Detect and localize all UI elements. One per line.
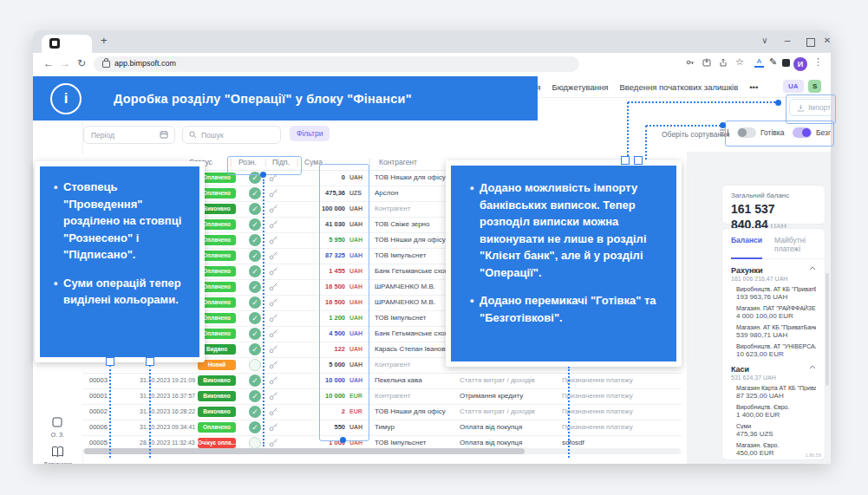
account-item[interactable]: Магазин. АТ КБ "ПриватБанк", грн. (26007… xyxy=(736,324,816,339)
posted-check-icon[interactable]: ✓ xyxy=(249,421,261,433)
posted-check-icon[interactable] xyxy=(249,437,261,449)
posted-check-icon[interactable]: ✓ xyxy=(249,281,261,293)
posted-check-icon[interactable]: ✓ xyxy=(249,250,261,262)
signature-pen-icon[interactable] xyxy=(269,297,279,308)
signature-pen-icon[interactable] xyxy=(269,235,279,245)
table-row[interactable]: 0000331.10.2023 19:21:09Виконано✓10 000U… xyxy=(82,373,682,389)
callout-bullet: •Додано перемикачі "Готівка" та "Безготі… xyxy=(470,292,666,326)
profile-avatar[interactable]: И xyxy=(793,57,807,71)
posted-check-icon[interactable]: ✓ xyxy=(249,218,261,231)
key-icon[interactable] xyxy=(686,58,695,67)
purpose-cell: Призначення платежу xyxy=(562,404,676,420)
extensions-icon[interactable] xyxy=(782,59,790,67)
col-header-counterparty[interactable]: Контрагент xyxy=(379,158,417,166)
signature-pen-icon[interactable] xyxy=(269,313,279,323)
signature-pen-icon[interactable] xyxy=(269,188,279,199)
close-button[interactable]: ✕ xyxy=(820,35,831,47)
nav-item[interactable]: Бюджетування xyxy=(551,82,608,92)
sidebar-item-4[interactable]: Довідники xyxy=(33,446,82,464)
section-title: Каси xyxy=(731,365,749,374)
posted-check-icon[interactable]: ✓ xyxy=(249,406,261,418)
annotation-dot xyxy=(340,437,346,443)
posted-check-icon[interactable]: ✓ xyxy=(249,187,261,199)
annotation-handle[interactable] xyxy=(634,156,643,165)
posted-check-icon[interactable]: ✓ xyxy=(249,390,261,402)
signature-pen-icon[interactable] xyxy=(269,438,279,448)
user-badge[interactable]: S xyxy=(808,80,821,93)
signature-pen-icon[interactable] xyxy=(269,391,279,401)
signature-pen-icon[interactable] xyxy=(269,407,279,417)
signature-pen-icon[interactable] xyxy=(269,344,279,355)
pen-extension-icon[interactable]: ✎ xyxy=(769,56,777,68)
new-tab-button[interactable]: + xyxy=(101,34,108,47)
maximize-button[interactable] xyxy=(806,38,815,47)
signature-pen-icon[interactable] xyxy=(269,219,279,230)
row-date: 31.10.2023 19:21:09 xyxy=(140,373,197,388)
signature-pen-icon[interactable] xyxy=(269,329,279,339)
share-icon[interactable] xyxy=(719,58,728,67)
language-badge[interactable]: UA xyxy=(783,80,804,93)
import-annotation-box xyxy=(786,94,836,124)
signature-pen-icon[interactable] xyxy=(269,422,279,433)
account-item[interactable]: Магазин Карта АТ КБ "ПриватБанк", грн. (… xyxy=(736,385,816,400)
account-item[interactable]: Виробництв. АТ КБ "ПриватБанк", грн. (26… xyxy=(736,286,816,301)
annotation-handle[interactable] xyxy=(621,156,630,165)
panel-scrollbar[interactable] xyxy=(826,273,829,386)
posted-check-icon[interactable]: ✓ xyxy=(249,375,261,387)
account-item[interactable]: Виробництв. АТ "УНІВЕРСАЛ БАНК", EUR (2.… xyxy=(736,343,816,358)
posted-check-icon[interactable]: ✓ xyxy=(249,234,261,246)
browser-tab[interactable] xyxy=(42,35,92,53)
callout-right: •Додано можливість імпорту банківських в… xyxy=(446,160,682,367)
assets-icon xyxy=(51,416,65,430)
signature-pen-icon[interactable] xyxy=(269,375,279,386)
status-badge: Очікує опла... xyxy=(198,438,236,448)
posted-check-icon[interactable]: ✓ xyxy=(249,343,261,355)
posted-check-icon[interactable] xyxy=(249,359,261,371)
bookmark-star-icon[interactable]: ☆ xyxy=(735,56,744,68)
reload-icon[interactable]: ↻ xyxy=(77,57,86,69)
signature-pen-icon[interactable] xyxy=(269,204,279,214)
nav-item[interactable]: ••• xyxy=(749,82,758,92)
back-icon[interactable]: ← xyxy=(43,57,54,69)
filters-button[interactable]: Фільтри xyxy=(290,126,330,141)
account-name: Виробництв. Євро. xyxy=(736,404,816,410)
account-item[interactable]: Магазин. ПАТ "РАЙФФАЙЗЕН БАНК АВАЛЬ",...… xyxy=(736,305,816,320)
chevron-down-icon[interactable]: ∨ xyxy=(758,35,772,47)
balance-tab[interactable]: Баланси xyxy=(731,236,762,253)
section-title: Рахунки xyxy=(731,266,762,275)
posted-check-icon[interactable]: ✓ xyxy=(249,328,261,340)
table-row[interactable]: 0000631.10.2023 09:34:41Оплачено✓550UAHТ… xyxy=(82,420,682,436)
account-item[interactable]: Магазин. Євро.450,00 EUR xyxy=(736,442,816,457)
account-item[interactable]: Суми475,36 UZS xyxy=(736,423,816,438)
search-placeholder: Пошук xyxy=(201,131,224,140)
balance-tab[interactable]: Майбутні платежі xyxy=(774,236,825,253)
chevron-up-icon[interactable] xyxy=(809,266,816,275)
posted-check-icon[interactable]: ✓ xyxy=(249,203,261,215)
url-bar[interactable]: app.bimpsoft.com xyxy=(94,56,579,72)
period-input[interactable]: Період xyxy=(83,126,175,144)
section-header[interactable]: Каси xyxy=(731,365,816,374)
section-header[interactable]: Рахунки xyxy=(731,266,816,275)
table-row[interactable]: 0000231.10.2023 16:28:22Виконано✓2EURТОВ… xyxy=(82,404,682,420)
nav-item[interactable]: Введення початкових залишків xyxy=(619,82,738,92)
posted-check-icon[interactable]: ✓ xyxy=(249,312,261,324)
sidebar-item-3[interactable]: О. З. xyxy=(33,416,82,438)
translate-extension-icon[interactable]: A xyxy=(754,59,764,68)
search-input[interactable]: Пошук xyxy=(182,126,281,144)
kebab-menu-icon[interactable]: ⋮ xyxy=(813,56,823,68)
minimize-button[interactable]: – xyxy=(780,35,794,47)
signature-pen-icon[interactable] xyxy=(269,266,279,277)
annotation-handle[interactable] xyxy=(146,357,154,366)
table-row[interactable]: 0000131.10.2023 16:37:57Виконано✓10 000E… xyxy=(82,388,682,405)
posted-check-icon[interactable]: ✓ xyxy=(249,296,261,309)
install-icon[interactable] xyxy=(702,58,711,67)
chevron-up-icon[interactable] xyxy=(809,365,816,374)
posted-check-icon[interactable]: ✓ xyxy=(249,265,261,277)
annotation-handle[interactable] xyxy=(106,357,114,366)
forward-icon[interactable]: → xyxy=(60,57,70,69)
signature-pen-icon[interactable] xyxy=(269,360,279,370)
horizontal-scrollbar[interactable] xyxy=(82,448,681,454)
signature-pen-icon[interactable] xyxy=(269,251,279,261)
account-item[interactable]: Виробництв. Євро.1 400,00 EUR xyxy=(736,404,816,419)
signature-pen-icon[interactable] xyxy=(269,282,279,292)
